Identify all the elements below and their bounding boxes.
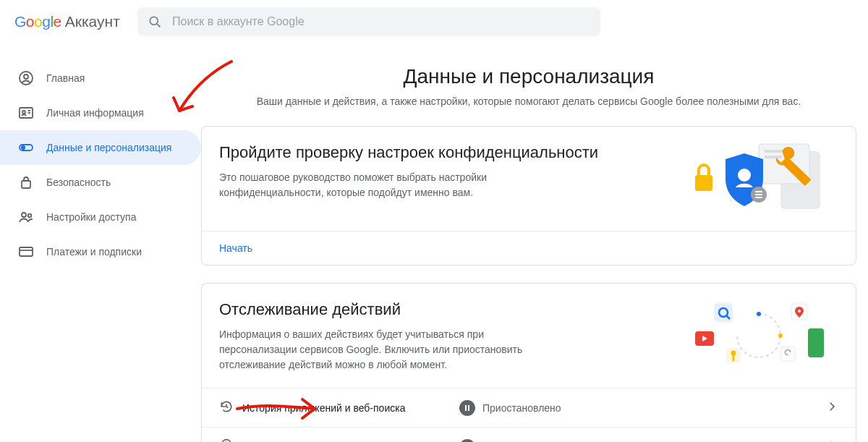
sidebar-item-label: Данные и персонализация bbox=[46, 142, 171, 153]
google-account-logo[interactable]: Google Аккаунт bbox=[14, 13, 137, 30]
activity-illustration bbox=[686, 299, 838, 375]
sidebar-item-label: Платежи и подписки bbox=[46, 246, 142, 258]
sidebar-item-data-personalization[interactable]: Данные и персонализация bbox=[0, 130, 201, 165]
privacy-checkup-card: Пройдите проверку настроек конфиденциаль… bbox=[201, 126, 856, 265]
svg-point-5 bbox=[22, 111, 25, 114]
svg-rect-21 bbox=[755, 191, 762, 192]
svg-point-3 bbox=[24, 75, 28, 79]
sidebar-item-security[interactable]: Безопасность bbox=[0, 165, 201, 200]
chevron-right-icon bbox=[825, 439, 838, 442]
svg-point-12 bbox=[28, 214, 32, 218]
lock-icon bbox=[17, 174, 35, 191]
search-bar[interactable] bbox=[137, 7, 600, 36]
sidebar-item-personal-info[interactable]: Личная информация bbox=[0, 95, 201, 130]
svg-rect-34 bbox=[808, 328, 824, 357]
svg-rect-40 bbox=[468, 405, 469, 411]
svg-rect-27 bbox=[714, 303, 733, 322]
pause-icon bbox=[459, 400, 475, 416]
card-description: Это пошаговое руководство поможет выбрат… bbox=[219, 170, 523, 200]
header: Google Аккаунт bbox=[0, 0, 868, 49]
sidebar-item-people-sharing[interactable]: Настройки доступа bbox=[0, 200, 201, 234]
sidebar-item-home[interactable]: Главная bbox=[0, 61, 201, 95]
sidebar-item-label: Главная bbox=[46, 72, 85, 84]
svg-point-36 bbox=[731, 351, 736, 356]
pause-icon bbox=[459, 439, 475, 442]
svg-rect-10 bbox=[22, 181, 30, 188]
history-icon bbox=[219, 399, 242, 416]
svg-point-33 bbox=[798, 310, 801, 313]
sidebar-nav: Главная Личная информация Данные и персо… bbox=[0, 49, 201, 442]
svg-rect-4 bbox=[20, 108, 33, 118]
svg-rect-22 bbox=[755, 194, 762, 195]
svg-rect-24 bbox=[695, 175, 712, 191]
row-status: Приостановлено bbox=[482, 402, 825, 414]
activity-controls-card: Отслеживание действий Информация о ваших… bbox=[201, 283, 856, 442]
page-subtitle: Ваши данные и действия, а также настройк… bbox=[201, 94, 856, 109]
credit-card-icon bbox=[17, 243, 35, 260]
card-title: Отслеживание действий bbox=[219, 299, 672, 320]
google-logo-icon: Google bbox=[14, 13, 61, 30]
svg-point-26 bbox=[778, 333, 783, 338]
page-title: Данные и персонализация bbox=[201, 65, 856, 88]
privacy-illustration bbox=[686, 143, 838, 218]
logo-subtitle: Аккаунт bbox=[65, 13, 120, 30]
svg-rect-39 bbox=[465, 405, 467, 411]
svg-rect-13 bbox=[20, 247, 33, 256]
chevron-right-icon bbox=[825, 400, 838, 415]
svg-point-11 bbox=[22, 213, 26, 217]
search-input[interactable] bbox=[172, 15, 590, 28]
card-title: Пройдите проверку настроек конфиденциаль… bbox=[219, 143, 672, 163]
main-content: Данные и персонализация Ваши данные и де… bbox=[201, 49, 868, 442]
svg-point-25 bbox=[757, 312, 761, 316]
card-description: Информация о ваших действиях будет учиты… bbox=[219, 327, 523, 373]
user-circle-icon bbox=[17, 69, 35, 87]
row-label: История приложений и веб-поиска bbox=[242, 402, 459, 414]
activity-row-location[interactable]: История местоположений Приостановлено bbox=[202, 427, 856, 442]
svg-point-19 bbox=[738, 169, 751, 182]
svg-rect-37 bbox=[733, 355, 735, 361]
id-card-icon bbox=[17, 104, 35, 122]
sidebar-item-label: Личная информация bbox=[46, 107, 144, 119]
people-icon bbox=[17, 208, 35, 226]
location-icon bbox=[219, 438, 242, 442]
activity-row-web-app[interactable]: История приложений и веб-поиска Приостан… bbox=[202, 388, 856, 427]
search-icon bbox=[148, 14, 162, 29]
svg-line-1 bbox=[157, 24, 161, 27]
svg-point-9 bbox=[22, 146, 25, 149]
sidebar-item-label: Настройки доступа bbox=[46, 211, 136, 223]
svg-rect-18 bbox=[765, 156, 782, 158]
sidebar-item-label: Безопасность bbox=[46, 177, 111, 188]
sidebar-item-payments[interactable]: Платежи и подписки bbox=[0, 234, 201, 269]
svg-rect-38 bbox=[780, 347, 795, 361]
start-button[interactable]: Начать bbox=[219, 242, 252, 254]
svg-point-0 bbox=[150, 17, 158, 25]
card-action-row: Начать bbox=[202, 231, 856, 265]
svg-rect-23 bbox=[755, 197, 762, 198]
toggle-icon bbox=[17, 139, 35, 156]
